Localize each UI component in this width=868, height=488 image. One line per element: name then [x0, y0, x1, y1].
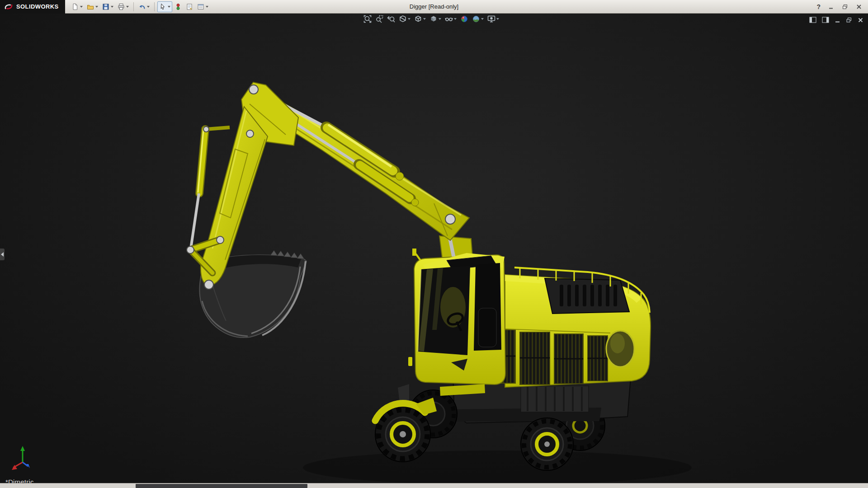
document-window-controls [809, 17, 863, 25]
brand-text: SOLIDWORKS [16, 3, 59, 10]
hide-show-items-icon [445, 15, 453, 23]
minimize-icon [828, 4, 834, 9]
dropdown-arrow [423, 18, 426, 20]
minimize-button[interactable] [827, 3, 835, 10]
front-wheel[interactable] [375, 407, 430, 462]
view-settings-icon [487, 15, 495, 23]
solidworks-logo: SOLIDWORKS [0, 0, 65, 14]
heads-up-toolbar [363, 15, 499, 23]
cab[interactable] [408, 249, 505, 385]
dropdown-arrow [111, 6, 113, 8]
view-settings-button[interactable] [487, 15, 499, 23]
previous-view-button[interactable] [387, 15, 395, 23]
toolbar-separator [154, 2, 155, 11]
excavator-model[interactable] [0, 14, 868, 483]
file-properties-button[interactable] [184, 1, 195, 12]
dropdown-arrow [168, 6, 170, 8]
dropdown-arrow [80, 6, 83, 8]
hide-show-items-button[interactable] [445, 15, 457, 23]
restore-button[interactable] [841, 3, 849, 10]
open-button[interactable] [85, 1, 100, 12]
display-style-button[interactable] [429, 15, 441, 23]
toolbar-separator [133, 2, 134, 11]
print-button[interactable] [116, 1, 131, 12]
seat [478, 308, 496, 347]
apply-scene-button[interactable] [472, 15, 484, 23]
dropdown-arrow [126, 6, 129, 8]
help-button[interactable]: ? [816, 3, 821, 10]
new-document-icon [71, 3, 79, 10]
zoom-to-area-icon [375, 15, 383, 23]
dropdown-arrow [95, 6, 98, 8]
rebuild-button[interactable] [173, 1, 184, 12]
dropdown-arrow [408, 18, 410, 20]
open-icon [87, 3, 94, 10]
zoom-to-area-button[interactable] [375, 15, 383, 23]
display-style-icon [429, 15, 438, 23]
new-document-button[interactable] [70, 1, 85, 12]
dropdown-arrow [481, 18, 484, 20]
triad-y-axis [20, 446, 25, 451]
rear-wheel[interactable] [521, 418, 573, 470]
title-bar: SOLIDWORKS [0, 0, 868, 14]
restore-document-icon [846, 17, 852, 23]
section-view-icon [399, 15, 407, 23]
restore-document-button[interactable] [846, 17, 852, 25]
graphics-area[interactable]: *Dimetric [0, 14, 868, 483]
zoom-to-fit-button[interactable] [363, 15, 372, 23]
show-display-pane-icon [822, 17, 829, 23]
undo-icon [138, 3, 146, 10]
show-display-pane-button[interactable] [822, 17, 829, 25]
undo-button[interactable] [137, 1, 151, 12]
show-feature-pane-icon [809, 17, 816, 23]
featuremanager-flyout-arrow[interactable] [0, 249, 5, 260]
save-icon [102, 3, 109, 10]
wing-mirror [412, 249, 416, 256]
minimize-document-icon [835, 17, 840, 23]
show-feature-pane-button[interactable] [809, 17, 816, 25]
close-document-icon [858, 17, 863, 23]
print-icon [118, 3, 125, 10]
view-orientation-label: *Dimetric [5, 478, 34, 483]
chevron-left-icon [1, 252, 4, 257]
ground-shadow [303, 450, 692, 483]
horizontal-scrollbar[interactable] [0, 483, 868, 488]
upper-body[interactable] [487, 267, 651, 387]
previous-view-icon [387, 15, 395, 23]
section-view-button[interactable] [399, 15, 410, 23]
edit-appearance-icon [460, 15, 468, 23]
solidworks-logo-icon [4, 3, 14, 11]
close-button[interactable] [855, 3, 863, 10]
dropdown-arrow [439, 18, 441, 20]
rebuild-icon [175, 3, 182, 10]
reference-triad[interactable] [8, 444, 37, 471]
options-button[interactable] [195, 1, 210, 12]
view-orientation-button[interactable] [414, 15, 426, 23]
restore-icon [842, 4, 848, 9]
dropdown-arrow [206, 6, 208, 8]
save-button[interactable] [100, 1, 115, 12]
close-document-button[interactable] [858, 17, 863, 25]
dropdown-arrow [147, 6, 150, 8]
dropdown-arrow [454, 18, 457, 20]
window-title: Digger [Read-only] [410, 3, 458, 10]
apply-scene-icon [472, 15, 480, 23]
close-icon [856, 4, 862, 9]
select-button[interactable] [157, 1, 172, 12]
view-orientation-icon [414, 15, 422, 23]
dropdown-arrow [496, 18, 499, 20]
minimize-document-button[interactable] [835, 17, 840, 25]
scrollbar-thumb[interactable] [136, 484, 307, 488]
options-icon [197, 3, 204, 10]
window-controls: ? [816, 3, 868, 10]
zoom-to-fit-icon [363, 15, 372, 23]
main-toolbar [65, 1, 210, 12]
edit-appearance-button[interactable] [460, 15, 468, 23]
select-cursor-icon [159, 3, 166, 10]
file-properties-icon [186, 3, 193, 10]
